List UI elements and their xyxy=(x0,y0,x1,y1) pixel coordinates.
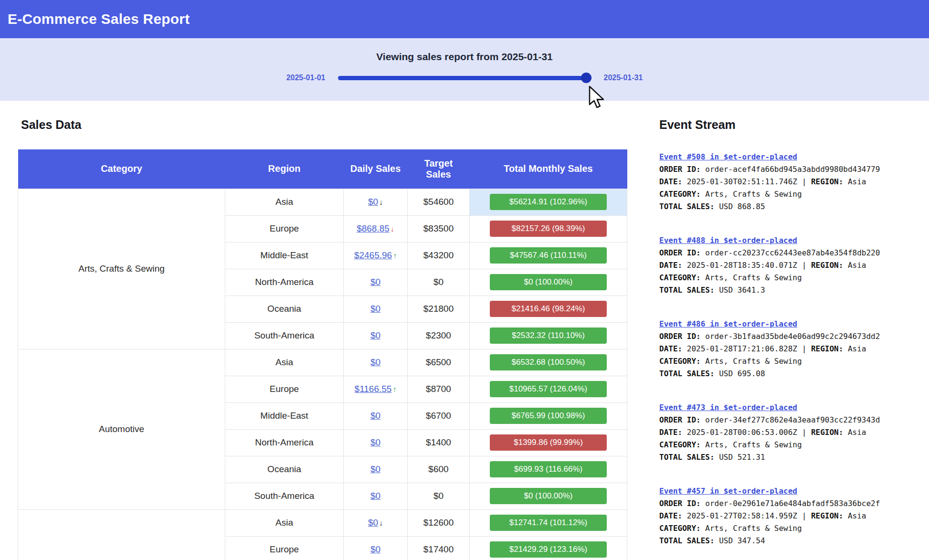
monthly-sales-badge: $6765.99 (100.98%) xyxy=(490,408,607,424)
date-label: DATE: xyxy=(659,511,682,520)
daily-sales-link[interactable]: $0 xyxy=(368,197,378,207)
monthly-sales-badge: $12741.74 (101.12%) xyxy=(490,515,607,531)
slider-row: 2025-01-01 2025-01-31 xyxy=(0,74,929,82)
event-card: Event #488 in $et-order-placedORDER ID: … xyxy=(659,234,923,296)
target-sales-cell: $6700 xyxy=(408,402,470,429)
event-link[interactable]: Event #457 in $et-order-placed xyxy=(659,485,797,497)
event-date-region: DATE: 2025-01-28T17:21:06.828Z | REGION:… xyxy=(659,343,923,355)
total-sales-cell: $21416.46 (98.24%) xyxy=(470,296,627,322)
slider-thumb[interactable] xyxy=(581,73,591,83)
target-sales-cell: $54600 xyxy=(408,189,470,215)
daily-sales-link[interactable]: $868.85 xyxy=(357,223,390,233)
category-cell: Automotive xyxy=(18,349,225,509)
monthly-sales-badge: $1399.86 (99.99%) xyxy=(490,434,607,451)
daily-sales-link[interactable]: $0 xyxy=(370,544,380,554)
region-cell: Europe xyxy=(225,215,344,242)
table-row: AutomotiveAsia$0$6500$6532.68 (100.50%) xyxy=(18,349,627,376)
region-cell: Asia xyxy=(225,349,344,376)
trend-up-icon: ↑ xyxy=(393,252,397,260)
trend-down-icon: ↓ xyxy=(379,198,383,207)
daily-sales-link[interactable]: $0 xyxy=(370,330,380,340)
daily-sales-cell: $1166.55 ↑ xyxy=(344,376,408,402)
event-card: Event #473 in $et-order-placedORDER ID: … xyxy=(659,402,923,464)
category-label: CATEGORY: xyxy=(659,524,701,533)
event-card: Event #508 in $et-order-placedORDER ID: … xyxy=(659,151,923,213)
event-stream-heading: Event Stream xyxy=(659,118,923,132)
trend-up-icon: ↑ xyxy=(392,385,396,394)
daily-sales-cell: $0 xyxy=(344,483,408,509)
daily-sales-cell: $0 xyxy=(344,456,408,483)
region-cell: Middle-East xyxy=(225,402,344,429)
date-label: DATE: xyxy=(659,177,682,186)
daily-sales-link[interactable]: $1166.55 xyxy=(355,384,392,394)
total-sales-cell: $0 (100.00%) xyxy=(470,269,627,296)
monthly-sales-badge: $699.93 (116.66%) xyxy=(490,461,607,477)
order-id-label: ORDER ID: xyxy=(659,415,701,424)
region-cell: Europe xyxy=(225,376,344,402)
daily-sales-link[interactable]: $0 xyxy=(370,437,380,447)
monthly-sales-badge: $10965.57 (126.04%) xyxy=(490,381,607,397)
target-sales-cell: $21800 xyxy=(408,296,470,322)
region-label: REGION: xyxy=(811,177,843,186)
region-label: REGION: xyxy=(811,261,843,270)
trend-down-icon: ↓ xyxy=(391,225,394,233)
daily-sales-cell: $0 xyxy=(344,429,408,456)
daily-sales-link[interactable]: $2465.96 xyxy=(354,250,392,260)
target-sales-cell: $0 xyxy=(408,269,470,296)
column-header-daily-sales: Daily Sales xyxy=(344,149,408,189)
region-cell: Europe xyxy=(225,536,344,560)
total-sales-cell: $6765.99 (100.98%) xyxy=(470,402,627,429)
event-total-sales: TOTAL SALES: USD 695.08 xyxy=(659,368,923,380)
order-id-label: ORDER ID: xyxy=(659,499,701,508)
trend-down-icon: ↓ xyxy=(379,519,383,528)
daily-sales-link[interactable]: $0 xyxy=(370,277,380,287)
category-label: CATEGORY: xyxy=(659,273,701,282)
region-cell: South-America xyxy=(225,483,344,509)
daily-sales-link[interactable]: $0 xyxy=(370,464,380,474)
region-cell: North-America xyxy=(225,429,344,456)
region-cell: Oceania xyxy=(225,296,344,322)
daily-sales-cell: $0 xyxy=(344,269,408,296)
event-link[interactable]: Event #508 in $et-order-placed xyxy=(659,151,797,163)
table-header-row: CategoryRegionDaily SalesTarget SalesTot… xyxy=(18,149,627,189)
sales-data-heading: Sales Data xyxy=(21,118,81,132)
total-sales-cell: $2532.32 (110.10%) xyxy=(470,322,627,349)
target-sales-cell: $8700 xyxy=(408,376,470,402)
target-sales-cell: $12600 xyxy=(408,509,470,536)
event-list: Event #508 in $et-order-placedORDER ID: … xyxy=(659,151,923,547)
total-sales-cell: $699.93 (116.66%) xyxy=(470,456,627,483)
target-sales-cell: $83500 xyxy=(408,215,470,242)
total-sales-cell: $47567.46 (110.11%) xyxy=(470,242,627,269)
total-sales-cell: $1399.86 (99.99%) xyxy=(470,429,627,456)
region-cell: Oceania xyxy=(225,456,344,483)
daily-sales-link[interactable]: $0 xyxy=(370,411,380,421)
daily-sales-link[interactable]: $0 xyxy=(368,518,378,528)
total-sales-cell: $0 (100.00%) xyxy=(470,483,627,509)
category-label: CATEGORY: xyxy=(659,357,701,366)
page-title: E-Commerce Sales Report xyxy=(8,11,190,27)
region-label: REGION: xyxy=(811,344,843,353)
daily-sales-link[interactable]: $0 xyxy=(370,357,380,367)
daily-sales-link[interactable]: $0 xyxy=(370,491,380,501)
date-range-slider[interactable] xyxy=(338,76,591,80)
region-cell: North-America xyxy=(225,269,344,296)
event-order-id: ORDER ID: order-3b1faad35bde4e06ad99c2c2… xyxy=(659,330,923,343)
target-sales-cell: $6500 xyxy=(408,349,470,376)
column-header-total-monthly-sales: Total Monthly Sales xyxy=(470,149,627,189)
monthly-sales-badge: $6532.68 (100.50%) xyxy=(490,354,607,370)
event-total-sales: TOTAL SALES: USD 347.54 xyxy=(659,535,923,547)
event-link[interactable]: Event #473 in $et-order-placed xyxy=(659,402,797,414)
slider-min-label: 2025-01-01 xyxy=(286,74,326,82)
region-label: REGION: xyxy=(811,511,843,520)
event-link[interactable]: Event #486 in $et-order-placed xyxy=(659,318,797,330)
total-sales-cell: $56214.91 (102.96%) xyxy=(470,189,627,215)
event-link[interactable]: Event #488 in $et-order-placed xyxy=(659,234,797,247)
daily-sales-cell: $0 xyxy=(344,402,408,429)
region-cell: South-America xyxy=(225,322,344,349)
event-date-region: DATE: 2025-01-28T00:06:53.006Z | REGION:… xyxy=(659,426,923,439)
category-label: CATEGORY: xyxy=(659,440,701,449)
target-sales-cell: $0 xyxy=(408,483,470,509)
daily-sales-link[interactable]: $0 xyxy=(370,304,380,314)
monthly-sales-badge: $82157.26 (98.39%) xyxy=(490,221,607,237)
region-cell: Asia xyxy=(225,189,344,215)
